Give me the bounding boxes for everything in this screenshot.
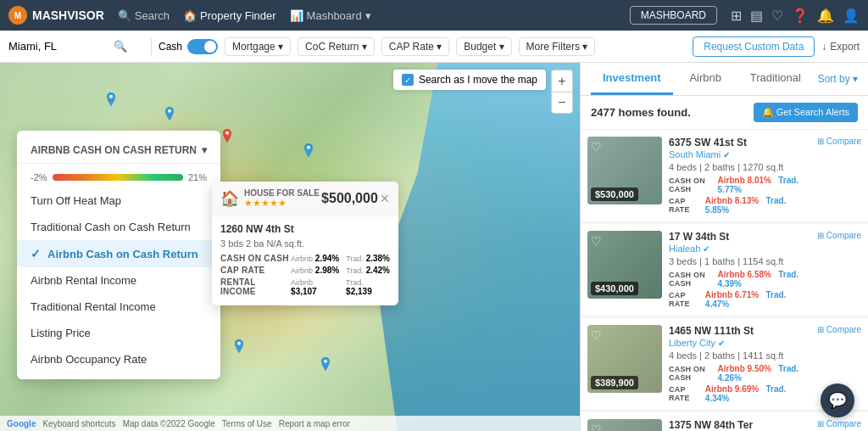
map-pin[interactable] (319, 357, 332, 371)
cash-mortgage-toggle[interactable] (187, 39, 218, 54)
keyboard-shortcuts[interactable]: Keyboard shortcuts (42, 419, 115, 428)
mortgage-filter[interactable]: Mortgage ▾ (225, 37, 291, 56)
notification-icon[interactable]: 🔔 (817, 8, 834, 24)
map-pin[interactable] (302, 143, 315, 157)
location-input[interactable] (8, 40, 110, 53)
more-filters[interactable]: More Filters ▾ (519, 37, 596, 56)
listing-metric-cap-0: CAP RATE Airbnb 8.13% Trad. 5.85% (669, 196, 804, 215)
terms-of-use[interactable]: Terms of Use (222, 419, 272, 428)
svg-point-12 (237, 341, 241, 344)
nav-search[interactable]: 🔍 Search (118, 9, 170, 22)
nav-property-finder[interactable]: 🏠 Property Finder (183, 9, 276, 22)
listing-city-1: Hialeah ✔ (669, 243, 804, 254)
dropdown-header: AIRBNB CASH ON CASH RETURN ▾ (17, 137, 220, 164)
dropdown-item-airbnb-rental[interactable]: Airbnb Rental Income (17, 267, 220, 294)
right-panel: Investment Airbnb Traditional Sort by ▾ … (580, 63, 868, 431)
zoom-out-button[interactable]: − (551, 92, 573, 114)
heat-max-label: 21% (188, 172, 207, 182)
dropdown-title: AIRBNB CASH ON CASH RETURN (31, 144, 197, 156)
svg-point-13 (324, 360, 327, 363)
listing-image-3: ♡ $389,900 (587, 419, 662, 431)
popup-specs: 3 bds 2 ba N/A sq.ft. (220, 238, 390, 249)
cap-label-0: CAP RATE (669, 197, 705, 214)
app-logo[interactable]: M MASHVISOR (8, 6, 104, 25)
tab-traditional[interactable]: Traditional (738, 63, 813, 95)
compare-button-1[interactable]: ⊞ Compare (817, 231, 861, 240)
get-search-alerts-button[interactable]: 🔔 Get Search Alerts (754, 103, 858, 122)
dropdown-item-airbnb-occupancy[interactable]: Airbnb Occupancy Rate (17, 346, 220, 372)
svg-point-2 (225, 132, 229, 135)
user-icon[interactable]: 👤 (843, 8, 860, 24)
cap-label-1: CAP RATE (669, 291, 705, 308)
coc-airbnb-2: Airbnb 9.50% (718, 364, 771, 373)
listing-image-0: ♡ $530,000 (587, 137, 662, 204)
map-pin[interactable] (163, 107, 176, 120)
compare-button-0[interactable]: ⊞ Compare (817, 137, 861, 146)
listing-img-overlay-1: $430,000 (587, 231, 662, 299)
location-search[interactable]: 🔍 (8, 40, 144, 53)
compare-button-2[interactable]: ⊞ Compare (817, 325, 861, 334)
map-area[interactable]: AIRBNB CASH ON CASH RETURN ▾ -2% 21% Tur… (0, 63, 580, 431)
tab-airbnb[interactable]: Airbnb (677, 63, 733, 95)
heatmap-dropdown: AIRBNB CASH ON CASH RETURN ▾ -2% 21% Tur… (17, 131, 220, 379)
popup-cap-label: CAP RATE (220, 266, 265, 275)
listing-info-0: 6375 SW 41st St South Miami ✔ 4 beds | 2… (662, 137, 810, 215)
listing-img-overlay-2: $389,900 (587, 325, 662, 393)
map-pin[interactable] (104, 92, 118, 106)
popup-rental-label: RENTAL INCOME (220, 277, 291, 296)
dropdown-item-airbnb-coc[interactable]: ✓ Airbnb Cash on Cash Return (17, 240, 220, 267)
listing-price-label: Listing Price (31, 327, 91, 339)
chat-bubble[interactable]: 💬 (821, 383, 854, 417)
cash-toggle-group: Cash (159, 39, 218, 54)
grid-icon[interactable]: ⊞ (731, 8, 742, 24)
traditional-rental-label: Traditional Rental Income (31, 300, 156, 313)
sort-button[interactable]: Sort by ▾ (818, 73, 858, 85)
layout-icon[interactable]: ▤ (750, 8, 763, 24)
search-as-move-checkbox[interactable]: ✓ Search as I move the map (393, 70, 546, 90)
popup-rental-row: RENTAL INCOME Airbnb $3,107 Trad. $2,139 (220, 277, 390, 296)
mashboard-icon: 📊 (290, 9, 303, 22)
compare-button-3[interactable]: ⊞ Compare (817, 419, 861, 428)
dropdown-item-off-heat-map[interactable]: Turn Off Heat Map (17, 188, 220, 214)
listing-card: ♡ $530,000 6375 SW 41st St South Miami ✔… (581, 130, 868, 222)
popup-rental-airbnb: Airbnb $3,107 (291, 277, 339, 296)
dropdown-item-traditional-rental[interactable]: Traditional Rental Income (17, 294, 220, 320)
report-map-error[interactable]: Report a map error (279, 419, 350, 428)
nav-mashboard-label: Mashboard (307, 9, 362, 22)
cap-rate-filter[interactable]: CAP Rate ▾ (381, 37, 449, 56)
coc-airbnb-1: Airbnb 6.58% (718, 270, 771, 279)
budget-filter[interactable]: Budget ▾ (456, 37, 511, 56)
cap-airbnb-value: 2.98% (315, 266, 339, 275)
popup-close-button[interactable]: ✕ (380, 192, 390, 205)
map-pin[interactable] (220, 129, 234, 143)
mashboard-button[interactable]: MASHBOARD (630, 6, 717, 25)
dropdown-item-traditional-coc[interactable]: Traditional Cash on Cash Return (17, 214, 220, 240)
dropdown-chevron: ▾ (202, 144, 207, 156)
tab-investment[interactable]: Investment (591, 63, 673, 95)
help-icon[interactable]: ❓ (792, 8, 809, 24)
property-finder-icon: 🏠 (183, 9, 197, 22)
filter-divider-1 (151, 38, 152, 55)
off-heat-map-label: Turn Off Heat Map (31, 194, 121, 207)
coc-filter[interactable]: CoC Return ▾ (298, 37, 375, 56)
listing-card: ♡ $430,000 17 W 34th St Hialeah ✔ 3 beds… (581, 224, 868, 316)
heart-nav-icon[interactable]: ♡ (771, 8, 783, 24)
coc-label-0: CASH ON CASH (669, 176, 718, 193)
nav-mashboard[interactable]: 📊 Mashboard ▾ (290, 9, 371, 22)
cap-airbnb-1: Airbnb 6.71% (705, 290, 759, 299)
heat-gradient-bar (53, 174, 183, 181)
listing-info-3: 1375 NW 84th Ter Liberty City ✔ 4 beds |… (662, 419, 810, 431)
listing-address-2: 1465 NW 111th St (669, 325, 804, 337)
export-button[interactable]: ↓ Export (821, 41, 860, 53)
heat-gradient-row: -2% 21% (17, 167, 220, 188)
logo-icon: M (8, 6, 27, 25)
coc-label-2: CASH ON CASH (669, 365, 718, 382)
listing-metric-coc-1: CASH ON CASH Airbnb 6.58% Trad. 4.39% (669, 270, 804, 288)
results-count: 2477 homes found. (591, 106, 691, 119)
zoom-in-button[interactable]: + (551, 70, 573, 92)
listing-image-2: ♡ $389,900 (587, 325, 662, 393)
request-custom-data-button[interactable]: Request Custom Data (693, 36, 815, 57)
dropdown-item-listing-price[interactable]: Listing Price (17, 320, 220, 346)
map-pin[interactable] (232, 339, 246, 353)
map-footer: Google Keyboard shortcuts Map data ©2022… (0, 416, 580, 431)
